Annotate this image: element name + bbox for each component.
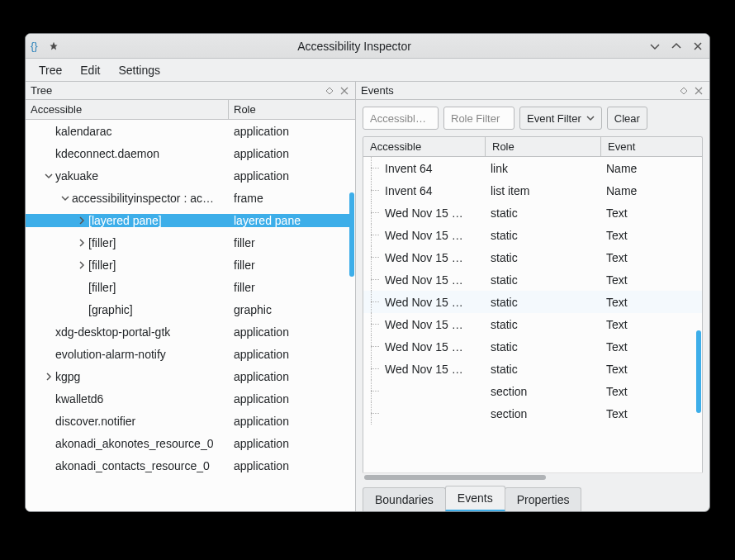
tree-item-role: application bbox=[229, 370, 349, 383]
tree-row[interactable]: accessibilityinspector : ac…frame bbox=[26, 187, 355, 209]
event-event: Text bbox=[601, 229, 702, 242]
menubar: Tree Edit Settings bbox=[26, 59, 709, 82]
tree-scrollbar[interactable] bbox=[349, 120, 355, 511]
events-scrollbar[interactable] bbox=[695, 157, 702, 464]
tab-properties[interactable]: Properties bbox=[505, 487, 582, 511]
tree-item-role: application bbox=[229, 415, 349, 428]
event-role: section bbox=[486, 385, 601, 398]
events-col-role[interactable]: Role bbox=[486, 137, 601, 156]
tree-item-role: application bbox=[229, 169, 349, 183]
menu-tree[interactable]: Tree bbox=[31, 61, 70, 79]
event-role: static bbox=[486, 340, 601, 354]
event-rows[interactable]: Invent 64linkNameInvent 64list itemNameW… bbox=[363, 157, 702, 425]
events-scrollbar-thumb[interactable] bbox=[696, 330, 701, 413]
accessible-filter-input[interactable]: Accessibl… bbox=[363, 107, 439, 130]
expander-spacer bbox=[42, 459, 55, 472]
chevron-right-icon[interactable] bbox=[75, 259, 88, 272]
events-panel-title: Events bbox=[361, 84, 675, 97]
events-col-accessible[interactable]: Accessible bbox=[363, 137, 486, 156]
tree-row[interactable]: akonadi_akonotes_resource_0application bbox=[26, 432, 355, 454]
undock-icon[interactable] bbox=[324, 85, 335, 97]
tree-item-role: graphic bbox=[229, 303, 349, 316]
tree-row[interactable]: [layered pane]layered pane bbox=[26, 209, 355, 231]
clear-button[interactable]: Clear bbox=[607, 107, 647, 130]
close-panel-icon[interactable] bbox=[693, 85, 704, 97]
tree-row[interactable]: yakuakeapplication bbox=[26, 164, 355, 187]
tab-events[interactable]: Events bbox=[445, 486, 505, 511]
chevron-down-icon[interactable] bbox=[42, 169, 55, 183]
maximize-icon[interactable] bbox=[670, 40, 683, 53]
chevron-down-icon bbox=[586, 112, 595, 125]
tree-item-name: [filler] bbox=[88, 259, 116, 272]
menu-edit[interactable]: Edit bbox=[72, 61, 108, 79]
tree-item-name: xdg-desktop-portal-gtk bbox=[55, 325, 170, 339]
events-panel: Events Accessibl… Role Filter Event Filt… bbox=[356, 82, 709, 511]
tab-boundaries[interactable]: Boundaries bbox=[363, 487, 446, 511]
expander-spacer bbox=[75, 303, 88, 316]
tree-row[interactable]: kalendaracapplication bbox=[26, 120, 355, 142]
event-row[interactable]: Wed Nov 15 …staticText bbox=[363, 335, 702, 358]
event-role: static bbox=[486, 206, 601, 220]
tree-row[interactable]: xdg-desktop-portal-gtkapplication bbox=[26, 320, 355, 343]
events-col-event[interactable]: Event bbox=[601, 137, 702, 156]
event-row[interactable]: Wed Nov 15 …staticText bbox=[363, 291, 702, 313]
tree-row[interactable]: kdeconnect.daemonapplication bbox=[26, 142, 355, 164]
chevron-right-icon[interactable] bbox=[75, 214, 88, 227]
events-hscrollbar-thumb[interactable] bbox=[364, 475, 546, 480]
role-filter-input[interactable]: Role Filter bbox=[443, 107, 514, 130]
minimize-icon[interactable] bbox=[648, 40, 662, 53]
event-row[interactable]: Wed Nov 15 …staticText bbox=[363, 224, 702, 246]
event-row[interactable]: Invent 64linkName bbox=[363, 157, 702, 179]
chevron-down-icon[interactable] bbox=[59, 192, 72, 205]
event-accessible: Wed Nov 15 … bbox=[380, 318, 468, 331]
events-column-headers: Accessible Role Event bbox=[363, 137, 702, 157]
tree-row[interactable]: [graphic]graphic bbox=[26, 298, 355, 320]
event-row[interactable]: Wed Nov 15 …staticText bbox=[363, 246, 702, 268]
tree-row[interactable]: discover.notifierapplication bbox=[26, 410, 355, 432]
events-hscrollbar[interactable] bbox=[363, 472, 703, 481]
tree-item-name: akonadi_akonotes_resource_0 bbox=[55, 437, 213, 450]
event-event: Text bbox=[601, 385, 702, 398]
tree-item-role: filler bbox=[229, 281, 349, 294]
filter-bar: Accessibl… Role Filter Event Filter Clea… bbox=[356, 100, 709, 136]
event-role: static bbox=[486, 229, 601, 242]
tree-item-role: filler bbox=[229, 259, 349, 272]
expander-spacer bbox=[42, 325, 55, 339]
event-row[interactable]: Wed Nov 15 …staticText bbox=[363, 358, 702, 380]
event-row[interactable]: sectionText bbox=[363, 380, 702, 402]
tree-row[interactable]: evolution-alarm-notifyapplication bbox=[26, 343, 355, 365]
tree-row[interactable]: [filler]filler bbox=[26, 254, 355, 276]
titlebar: {} Accessibility Inspector bbox=[26, 34, 709, 59]
chevron-right-icon[interactable] bbox=[75, 236, 88, 249]
tree-scrollbar-thumb[interactable] bbox=[349, 192, 354, 277]
event-accessible: Wed Nov 15 … bbox=[380, 296, 468, 309]
event-row[interactable]: Wed Nov 15 …staticText bbox=[363, 313, 702, 335]
event-event: Text bbox=[601, 318, 702, 331]
tree-item-name: [graphic] bbox=[88, 303, 133, 316]
tree-item-role: application bbox=[229, 325, 349, 339]
close-icon[interactable] bbox=[691, 40, 704, 53]
tree-col-accessible[interactable]: Accessible bbox=[26, 100, 229, 119]
event-role: list item bbox=[486, 184, 601, 197]
menu-settings[interactable]: Settings bbox=[110, 61, 168, 79]
event-row[interactable]: Invent 64list itemName bbox=[363, 179, 702, 202]
tree-row[interactable]: kwalletd6application bbox=[26, 387, 355, 410]
tree-row[interactable]: kgpgapplication bbox=[26, 365, 355, 387]
undock-icon[interactable] bbox=[678, 85, 690, 97]
tree-row[interactable]: [filler]filler bbox=[26, 231, 355, 254]
event-row[interactable]: sectionText bbox=[363, 402, 702, 425]
pin-icon[interactable] bbox=[47, 40, 60, 53]
event-role: section bbox=[486, 407, 601, 420]
tree-item-name: evolution-alarm-notify bbox=[55, 348, 166, 361]
tree-rows[interactable]: kalendaracapplicationkdeconnect.daemonap… bbox=[26, 120, 355, 511]
tree-row[interactable]: akonadi_contacts_resource_0application bbox=[26, 454, 355, 477]
events-body: Accessible Role Event Invent 64linkNameI… bbox=[363, 136, 703, 472]
chevron-right-icon[interactable] bbox=[42, 370, 55, 383]
close-panel-icon[interactable] bbox=[339, 85, 350, 97]
event-row[interactable]: Wed Nov 15 …staticText bbox=[363, 268, 702, 291]
event-filter-combo[interactable]: Event Filter bbox=[519, 107, 602, 130]
tree-col-role[interactable]: Role bbox=[229, 100, 355, 119]
event-event: Text bbox=[601, 296, 702, 309]
event-row[interactable]: Wed Nov 15 …staticText bbox=[363, 202, 702, 224]
tree-row[interactable]: [filler]filler bbox=[26, 276, 355, 298]
